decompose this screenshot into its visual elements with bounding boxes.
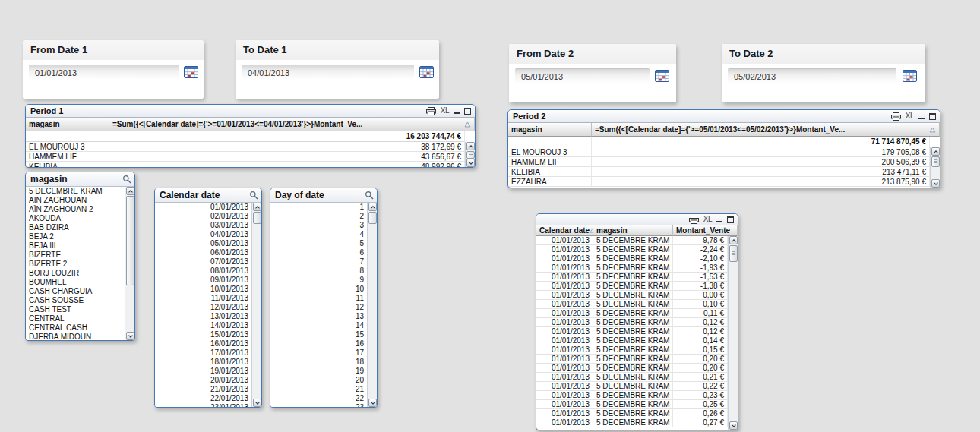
- list-item[interactable]: 21: [270, 385, 377, 394]
- table-row[interactable]: EL MOUROUJ 3 179 705,08 €: [508, 147, 940, 157]
- table-row[interactable]: 01/01/2013 5 DECEMBRE KRAM 0,27 €: [536, 418, 728, 427]
- list-item[interactable]: 8: [270, 266, 377, 276]
- scrollbar-thumb[interactable]: [253, 212, 261, 224]
- list-item[interactable]: 22: [270, 394, 377, 403]
- list-item[interactable]: 5: [270, 239, 377, 248]
- scroll-down-button[interactable]: [368, 399, 377, 407]
- column-header-magasin[interactable]: magasin: [26, 118, 109, 131]
- montant-vente-cell[interactable]: 0,10 €: [673, 300, 728, 309]
- magasin-cell[interactable]: 5 DECEMBRE KRAM: [593, 391, 673, 400]
- calendar-date-cell[interactable]: 01/01/2013: [536, 300, 593, 309]
- column-header-calendar-date[interactable]: Calendar date: [536, 225, 593, 236]
- to-date-2-input[interactable]: [728, 68, 896, 84]
- list-item[interactable]: 15: [270, 330, 377, 339]
- to-date-1-input[interactable]: [242, 65, 414, 80]
- calendar-date-cell[interactable]: 01/01/2013: [536, 245, 593, 254]
- list-item[interactable]: 21/01/2013: [155, 385, 261, 394]
- magasin-cell[interactable]: 5 DECEMBRE KRAM: [593, 382, 673, 391]
- montant-vente-cell[interactable]: 0,21 €: [673, 373, 728, 382]
- print-icon[interactable]: [891, 112, 901, 121]
- table-row[interactable]: 01/01/2013 5 DECEMBRE KRAM 0,20 €: [536, 355, 728, 364]
- table-row[interactable]: 01/01/2013 5 DECEMBRE KRAM 0,25 €: [536, 400, 728, 409]
- montant-vente-cell[interactable]: 0,20 €: [673, 364, 728, 373]
- value-cell[interactable]: 213 471,11 €: [592, 167, 930, 177]
- calendar-date-cell[interactable]: 01/01/2013: [536, 400, 593, 409]
- list-item[interactable]: 19: [270, 367, 377, 376]
- excel-export-button[interactable]: XL: [906, 112, 914, 120]
- list-item[interactable]: 07/01/2013: [155, 257, 261, 266]
- list-item[interactable]: 16: [270, 339, 377, 348]
- list-item[interactable]: 1: [270, 203, 377, 212]
- list-item[interactable]: 12/01/2013: [155, 303, 261, 312]
- list-item[interactable]: 19/01/2013: [155, 367, 261, 376]
- calendar-date-cell[interactable]: 01/01/2013: [536, 373, 593, 382]
- list-item[interactable]: CASH SOUSSE: [26, 296, 134, 305]
- list-item[interactable]: 22/01/2013: [155, 394, 261, 403]
- magasin-cell[interactable]: KELIBIA: [26, 162, 109, 168]
- magasin-cell[interactable]: 5 DECEMBRE KRAM: [593, 336, 673, 345]
- calendar-date-cell[interactable]: 01/01/2013: [536, 236, 593, 245]
- scroll-down-button[interactable]: [931, 179, 940, 188]
- from-date-1-input[interactable]: [29, 65, 179, 80]
- period-2-scrollbar[interactable]: [930, 147, 940, 188]
- calendar-date-cell[interactable]: 01/01/2013: [536, 291, 593, 300]
- list-item[interactable]: 23/01/2013: [155, 403, 261, 408]
- list-item[interactable]: 11/01/2013: [155, 294, 261, 303]
- minimize-button[interactable]: [918, 113, 925, 119]
- calendar-date-scrollbar[interactable]: [251, 203, 261, 407]
- magasin-cell[interactable]: EL MOUROUJ 3: [508, 147, 592, 157]
- calendar-date-cell[interactable]: 01/01/2013: [536, 382, 593, 391]
- magasin-cell[interactable]: HAMMEM LIF: [26, 152, 109, 162]
- montant-vente-cell[interactable]: -1,38 €: [673, 282, 728, 291]
- list-item[interactable]: 12: [270, 303, 377, 312]
- to-date-1-calendar-button[interactable]: [419, 66, 434, 78]
- montant-vente-cell[interactable]: -1,53 €: [673, 273, 728, 282]
- table-row[interactable]: 01/01/2013 5 DECEMBRE KRAM 0,00 €: [536, 291, 728, 300]
- table-row[interactable]: 01/01/2013 5 DECEMBRE KRAM 0,14 €: [536, 336, 728, 345]
- montant-vente-cell[interactable]: 0,12 €: [673, 327, 728, 336]
- maximize-button[interactable]: [727, 216, 734, 223]
- scrollbar-thumb[interactable]: [126, 196, 134, 285]
- scroll-up-button[interactable]: [253, 203, 261, 211]
- magasin-cell[interactable]: HAMMEM LIF: [508, 157, 592, 167]
- scrollbar-thumb[interactable]: [729, 245, 738, 262]
- list-item[interactable]: AKOUDA: [26, 214, 134, 223]
- calendar-date-cell[interactable]: 01/01/2013: [536, 355, 593, 364]
- scroll-down-button[interactable]: [466, 159, 475, 167]
- table-row[interactable]: KELIBIA 213 471,11 €: [508, 167, 940, 177]
- scroll-up-button[interactable]: [126, 187, 134, 195]
- calendar-date-cell[interactable]: 01/01/2013: [536, 409, 593, 418]
- maximize-button[interactable]: [464, 108, 471, 115]
- scroll-up-button[interactable]: [931, 147, 940, 156]
- magasin-cell[interactable]: 5 DECEMBRE KRAM: [593, 300, 673, 309]
- magasin-cell[interactable]: KELIBIA: [508, 167, 592, 177]
- list-item[interactable]: 7: [270, 257, 377, 266]
- list-item[interactable]: 04/01/2013: [155, 230, 261, 239]
- value-cell[interactable]: 48 992,96 €: [109, 162, 465, 168]
- excel-export-button[interactable]: XL: [703, 216, 712, 223]
- value-cell[interactable]: 38 172,69 €: [109, 142, 465, 152]
- montant-vente-cell[interactable]: 0,25 €: [673, 400, 728, 409]
- magasin-cell[interactable]: 5 DECEMBRE KRAM: [593, 236, 673, 245]
- magasin-cell[interactable]: 5 DECEMBRE KRAM: [593, 400, 673, 409]
- period-1-caption[interactable]: Period 1 XL: [26, 105, 475, 118]
- list-item[interactable]: 17/01/2013: [155, 348, 261, 358]
- magasin-cell[interactable]: EZZAHRA: [508, 177, 592, 187]
- montant-vente-cell[interactable]: -1,93 €: [673, 263, 728, 273]
- list-item[interactable]: 9: [270, 276, 377, 285]
- from-date-2-input[interactable]: [515, 68, 650, 84]
- table-row[interactable]: KELIBIA 48 992,96 €: [26, 162, 475, 168]
- table-row[interactable]: 01/01/2013 5 DECEMBRE KRAM 0,12 €: [536, 327, 728, 336]
- maximize-button[interactable]: [929, 113, 936, 120]
- table-row[interactable]: 01/01/2013 5 DECEMBRE KRAM 0,20 €: [536, 364, 728, 373]
- calendar-date-cell[interactable]: 01/01/2013: [536, 254, 593, 263]
- calendar-date-cell[interactable]: 01/01/2013: [536, 327, 593, 336]
- montant-vente-cell[interactable]: 0,12 €: [673, 318, 728, 327]
- list-item[interactable]: 13/01/2013: [155, 312, 261, 321]
- column-header-expression[interactable]: =Sum({<[Calendar date]={'>=01/01/2013<=0…: [109, 118, 475, 131]
- print-icon[interactable]: [689, 216, 699, 224]
- list-item[interactable]: BIZERTE: [26, 251, 134, 260]
- calendar-date-cell[interactable]: 01/01/2013: [536, 273, 593, 282]
- list-item[interactable]: CENTRAL: [26, 314, 134, 323]
- column-header-expression[interactable]: =Sum({<[Calendar date]={'>=05/01/2013<=0…: [592, 123, 940, 137]
